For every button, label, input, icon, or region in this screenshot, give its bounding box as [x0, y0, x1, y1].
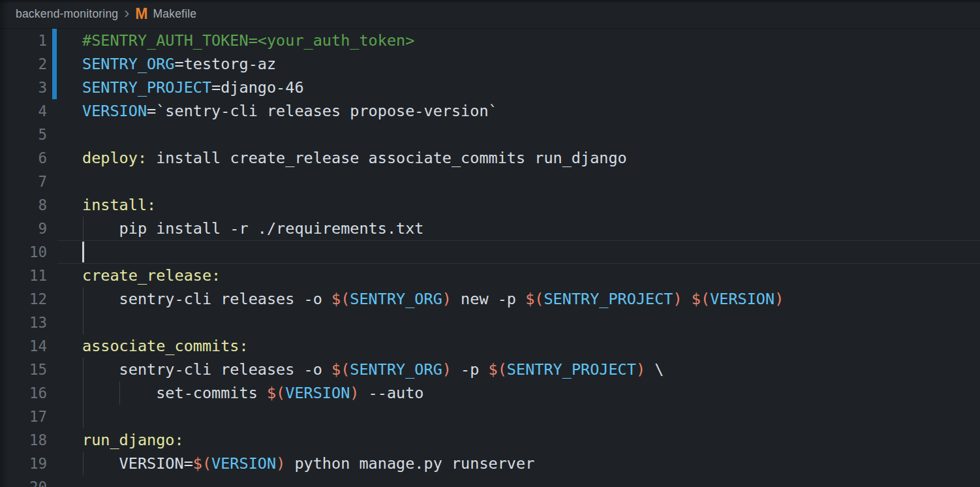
- line-number[interactable]: 13: [0, 311, 47, 334]
- line-number[interactable]: 8: [0, 193, 47, 217]
- code-line[interactable]: 10: [0, 240, 980, 264]
- code-token: set-commits: [82, 384, 267, 402]
- line-number[interactable]: 10: [0, 240, 47, 264]
- code-line[interactable]: 15 sentry-cli releases -o $(SENTRY_ORG) …: [0, 358, 980, 381]
- code-line[interactable]: 2SENTRY_ORG=testorg-az: [0, 52, 980, 76]
- code-token: ): [673, 290, 682, 308]
- code-token: $(: [331, 290, 350, 308]
- breadcrumb-file[interactable]: Makefile: [153, 7, 196, 21]
- code-token: SENTRY_PROJECT: [82, 78, 211, 97]
- code-text: set-commits $(VERSION) --auto: [82, 381, 424, 405]
- code-token: -p: [452, 360, 489, 379]
- code-line[interactable]: 14associate_commits:: [0, 334, 980, 358]
- code-line[interactable]: 4VERSION=`sentry-cli releases propose-ve…: [0, 99, 980, 123]
- code-token: VERSION: [285, 384, 350, 402]
- code-token: pip install -r ./requirements.txt: [82, 219, 423, 238]
- code-text: #SENTRY_AUTH_TOKEN=<your_auth_token>: [82, 29, 414, 52]
- code-text: sentry-cli releases -o $(SENTRY_ORG) new…: [82, 287, 784, 311]
- code-token: VERSION=: [82, 454, 193, 473]
- code-token: deploy:: [82, 149, 147, 167]
- code-token: \: [645, 360, 664, 379]
- code-token: [682, 290, 692, 308]
- indent-guide: [83, 405, 84, 428]
- code-line[interactable]: 5: [0, 123, 980, 146]
- line-number[interactable]: 1: [0, 29, 47, 52]
- code-line[interactable]: 19 VERSION=$(VERSION) python manage.py r…: [0, 452, 980, 475]
- code-token: SENTRY_ORG: [350, 290, 442, 308]
- breadcrumb-folder[interactable]: backend-monitoring: [16, 7, 118, 21]
- code-token: =`sentry-cli releases propose-version`: [147, 102, 498, 120]
- makefile-icon: M: [135, 7, 147, 22]
- code-line[interactable]: 9 pip install -r ./requirements.txt: [0, 217, 980, 240]
- code-token: SENTRY_ORG: [82, 55, 174, 73]
- code-line[interactable]: 18run_django:: [0, 428, 980, 452]
- code-token: SENTRY_ORG: [350, 360, 442, 379]
- line-number[interactable]: 7: [0, 170, 47, 193]
- code-line[interactable]: 7: [0, 170, 980, 193]
- code-token: install create_release associate_commits…: [147, 149, 627, 167]
- code-token: create_release:: [82, 266, 221, 285]
- line-number[interactable]: 12: [0, 287, 47, 311]
- code-token: new -p: [452, 290, 525, 308]
- line-number[interactable]: 4: [0, 99, 47, 123]
- line-number[interactable]: 11: [0, 264, 47, 287]
- line-number[interactable]: 3: [0, 76, 47, 99]
- code-token: ): [350, 384, 359, 402]
- code-line[interactable]: 6deploy: install create_release associat…: [0, 146, 980, 170]
- code-token: sentry-cli releases -o: [82, 290, 331, 308]
- line-number[interactable]: 19: [0, 452, 47, 475]
- code-token: #SENTRY_AUTH_TOKEN=<your_auth_token>: [82, 31, 414, 50]
- code-token: $(: [525, 290, 544, 308]
- code-token: $(: [267, 384, 285, 402]
- code-line[interactable]: 8install:: [0, 193, 980, 217]
- code-token: associate_commits:: [82, 337, 249, 355]
- code-token: VERSION: [211, 454, 276, 473]
- code-line[interactable]: 17: [0, 405, 980, 428]
- breadcrumb: backend-monitoring › M Makefile: [0, 0, 980, 29]
- code-token: VERSION: [710, 290, 774, 308]
- code-token: $(: [193, 454, 211, 473]
- code-token: SENTRY_PROJECT: [507, 360, 636, 379]
- code-line[interactable]: 20: [0, 475, 980, 487]
- code-token: python manage.py runserver: [285, 454, 534, 473]
- code-text: sentry-cli releases -o $(SENTRY_ORG) -p …: [82, 358, 664, 381]
- code-token: =django-46: [211, 78, 303, 97]
- code-token: $(: [692, 290, 710, 308]
- code-token: $(: [331, 360, 350, 379]
- code-text: VERSION=$(VERSION) python manage.py runs…: [82, 452, 534, 475]
- code-line[interactable]: 13: [0, 311, 980, 334]
- code-line[interactable]: 12 sentry-cli releases -o $(SENTRY_ORG) …: [0, 287, 980, 311]
- line-number[interactable]: 5: [0, 123, 47, 146]
- code-token: ): [442, 290, 452, 308]
- code-text: install:: [82, 193, 156, 217]
- line-number[interactable]: 17: [0, 405, 47, 428]
- line-number[interactable]: 20: [0, 475, 47, 487]
- code-token: install:: [82, 196, 156, 214]
- line-number[interactable]: 6: [0, 146, 47, 170]
- text-cursor: [82, 242, 84, 262]
- code-token: run_django:: [82, 431, 184, 449]
- line-number[interactable]: 9: [0, 217, 47, 240]
- code-token: VERSION: [82, 102, 147, 120]
- code-token: =testorg-az: [174, 55, 276, 73]
- code-text: SENTRY_ORG=testorg-az: [82, 52, 276, 76]
- line-number[interactable]: 14: [0, 334, 47, 358]
- code-token: SENTRY_PROJECT: [544, 290, 673, 308]
- code-line[interactable]: 3SENTRY_PROJECT=django-46: [0, 76, 980, 99]
- line-number[interactable]: 2: [0, 52, 47, 76]
- code-editor[interactable]: 1#SENTRY_AUTH_TOKEN=<your_auth_token>2SE…: [0, 29, 980, 487]
- code-token: ): [636, 360, 645, 379]
- line-number[interactable]: 18: [0, 428, 47, 452]
- line-number[interactable]: 16: [0, 381, 47, 405]
- chevron-right-icon: ›: [124, 5, 129, 21]
- code-line[interactable]: 11create_release:: [0, 264, 980, 287]
- code-line[interactable]: 1#SENTRY_AUTH_TOKEN=<your_auth_token>: [0, 29, 980, 52]
- code-token: sentry-cli releases -o: [82, 360, 331, 379]
- code-token: ): [774, 290, 784, 308]
- code-line[interactable]: 16 set-commits $(VERSION) --auto: [0, 381, 980, 405]
- code-text: create_release:: [82, 264, 221, 287]
- code-text: associate_commits:: [82, 334, 249, 358]
- code-lines: 1#SENTRY_AUTH_TOKEN=<your_auth_token>2SE…: [0, 29, 980, 487]
- code-token: --auto: [359, 384, 423, 402]
- line-number[interactable]: 15: [0, 358, 47, 381]
